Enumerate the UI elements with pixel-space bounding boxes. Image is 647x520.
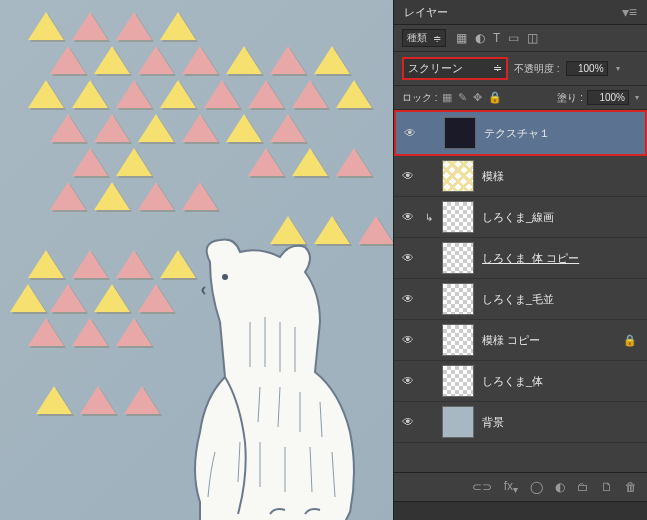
lock-row: ロック : ▦ ✎ ✥ 🔒 塗り : 100% ▾ <box>394 86 647 110</box>
layer-row[interactable]: 👁模様 <box>394 156 647 197</box>
layer-name[interactable]: しろくま_体 <box>482 374 641 389</box>
opacity-field[interactable]: 100% <box>566 61 608 76</box>
visibility-eye-icon[interactable]: 👁 <box>400 251 416 265</box>
layer-name[interactable]: 模様 コピー <box>482 333 615 348</box>
filter-image-icon[interactable]: ▦ <box>456 31 467 45</box>
visibility-eye-icon[interactable]: 👁 <box>400 169 416 183</box>
layer-name[interactable]: 背景 <box>482 415 641 430</box>
layer-row[interactable]: 👁背景 <box>394 402 647 443</box>
layer-name[interactable]: しろくま_体 コピー <box>482 251 641 266</box>
layer-row[interactable]: 👁しろくま_毛並 <box>394 279 647 320</box>
panel-title: レイヤー <box>404 5 448 20</box>
visibility-eye-icon[interactable]: 👁 <box>400 415 416 429</box>
lock-all-icon[interactable]: 🔒 <box>488 91 502 104</box>
fill-arrow-icon[interactable]: ▾ <box>635 93 639 102</box>
panel-bottom-bar <box>394 501 647 520</box>
dropdown-arrow-icon: ≑ <box>433 33 441 44</box>
lock-label: ロック : <box>402 91 438 105</box>
layer-fx-icon[interactable]: fx▾ <box>504 479 518 495</box>
panel-menu-icon[interactable]: ▾≡ <box>622 4 637 20</box>
filter-smart-icon[interactable]: ◫ <box>527 31 538 45</box>
group-icon[interactable]: 🗀 <box>577 480 589 494</box>
blend-mode-value: スクリーン <box>408 61 463 76</box>
layer-thumbnail[interactable] <box>442 283 474 315</box>
filter-type-dropdown[interactable]: 種類 ≑ <box>402 29 446 47</box>
opacity-label: 不透明度 : <box>514 62 560 76</box>
layer-thumbnail[interactable] <box>442 324 474 356</box>
layer-row[interactable]: 👁しろくま_体 <box>394 361 647 402</box>
visibility-eye-icon[interactable]: 👁 <box>400 210 416 224</box>
clip-link-icon: ↳ <box>424 212 434 223</box>
blend-mode-dropdown[interactable]: スクリーン ≑ <box>402 57 508 80</box>
bear-illustration <box>150 222 370 520</box>
opacity-arrow-icon[interactable]: ▾ <box>616 64 620 73</box>
canvas-artwork <box>0 0 393 520</box>
link-layers-icon[interactable]: ⊂⊃ <box>472 480 492 494</box>
visibility-eye-icon[interactable]: 👁 <box>400 374 416 388</box>
lock-transparent-icon[interactable]: ▦ <box>442 91 452 104</box>
layers-panel: レイヤー ▾≡ 種類 ≑ ▦ ◐ T ▭ ◫ スクリーン ≑ 不透明度 : 10… <box>393 0 647 520</box>
lock-move-icon[interactable]: ✥ <box>473 91 482 104</box>
layer-row[interactable]: 👁しろくま_体 コピー <box>394 238 647 279</box>
panel-header: レイヤー ▾≡ <box>394 0 647 25</box>
fill-field[interactable]: 100% <box>587 90 629 105</box>
layer-thumbnail[interactable] <box>442 365 474 397</box>
layer-name[interactable]: テクスチャ１ <box>484 126 639 141</box>
layers-list: 👁テクスチャ１👁模様👁↳しろくま_線画👁しろくま_体 コピー👁しろくま_毛並👁模… <box>394 110 647 472</box>
layer-thumbnail[interactable] <box>444 117 476 149</box>
layer-row[interactable]: 👁↳しろくま_線画 <box>394 197 647 238</box>
dropdown-arrow-icon: ≑ <box>493 62 502 75</box>
layer-name[interactable]: 模様 <box>482 169 641 184</box>
visibility-eye-icon[interactable]: 👁 <box>402 126 418 140</box>
fill-label: 塗り : <box>557 91 583 105</box>
layer-thumbnail[interactable] <box>442 406 474 438</box>
lock-icon: 🔒 <box>623 334 637 347</box>
layer-row[interactable]: 👁模様 コピー🔒 <box>394 320 647 361</box>
layer-thumbnail[interactable] <box>442 242 474 274</box>
layer-name[interactable]: しろくま_線画 <box>482 210 641 225</box>
layer-thumbnail[interactable] <box>442 201 474 233</box>
adjustment-layer-icon[interactable]: ◐ <box>555 480 565 494</box>
visibility-eye-icon[interactable]: 👁 <box>400 292 416 306</box>
delete-layer-icon[interactable]: 🗑 <box>625 480 637 494</box>
filter-shape-icon[interactable]: ▭ <box>508 31 519 45</box>
layer-thumbnail[interactable] <box>442 160 474 192</box>
filter-row: 種類 ≑ ▦ ◐ T ▭ ◫ <box>394 25 647 52</box>
layer-name[interactable]: しろくま_毛並 <box>482 292 641 307</box>
filter-type-icon[interactable]: T <box>493 31 500 45</box>
svg-point-0 <box>222 274 228 280</box>
visibility-eye-icon[interactable]: 👁 <box>400 333 416 347</box>
filter-adjust-icon[interactable]: ◐ <box>475 31 485 45</box>
panel-footer: ⊂⊃ fx▾ ◯ ◐ 🗀 🗋 🗑 <box>394 472 647 501</box>
lock-paint-icon[interactable]: ✎ <box>458 91 467 104</box>
layer-mask-icon[interactable]: ◯ <box>530 480 543 494</box>
blend-mode-row: スクリーン ≑ 不透明度 : 100% ▾ <box>394 52 647 86</box>
layer-row[interactable]: 👁テクスチャ１ <box>394 110 647 156</box>
new-layer-icon[interactable]: 🗋 <box>601 480 613 494</box>
filter-label: 種類 <box>407 31 427 45</box>
